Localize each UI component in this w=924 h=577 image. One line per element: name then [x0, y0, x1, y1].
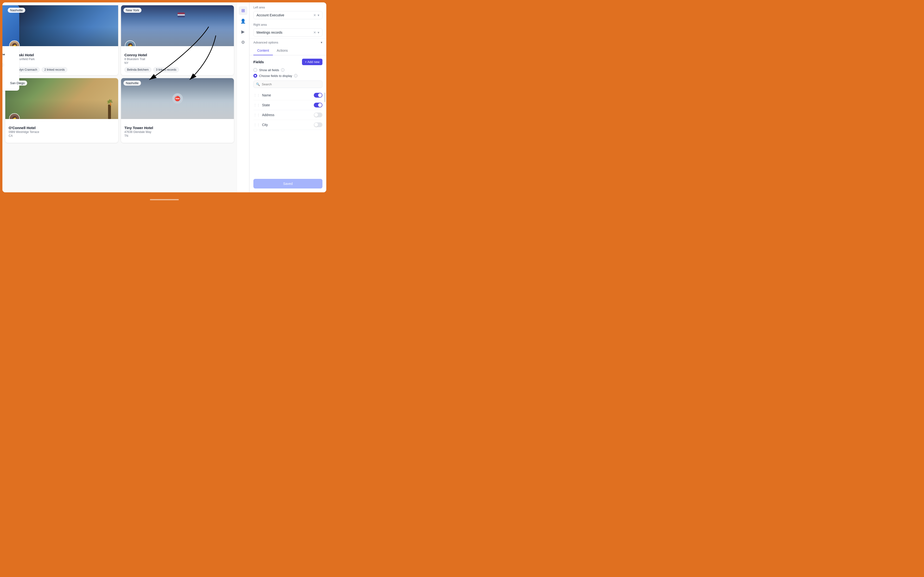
toggle-state[interactable]	[314, 103, 322, 108]
card-mosciski[interactable]: Nashville 👩 Mosciski Hotel 81586 Sunfiel…	[5, 5, 118, 75]
field-city-label: City	[262, 123, 268, 127]
card-conroy-name: Conroy Hotel	[124, 53, 231, 57]
toggle-city[interactable]	[314, 122, 322, 127]
screen-container: Nashville 👩 Mosciski Hotel 81586 Sunfiel…	[2, 2, 326, 192]
card-mosciski-address: 81586 Sunfield Park	[9, 58, 115, 61]
card-conroy[interactable]: New York 👩 Conroy Hotel 8 Bluestem Trail…	[121, 5, 234, 75]
right-area-select[interactable]: Meetings records ✕ ▾	[254, 28, 322, 37]
card-mosciski-linked: 2 linked records	[42, 67, 67, 73]
bottom-bar	[0, 192, 329, 207]
drag-icon-name: ⋮⋮	[254, 93, 260, 97]
card-oconnell-image: San Diego 🌴 👩	[5, 78, 118, 119]
field-row-city: ⋮⋮ City	[254, 120, 322, 130]
card-conroy-footer: Belinda Belchem 3 linked records	[124, 67, 231, 73]
fields-section: Fields + Add new Show all fields i Choos…	[250, 55, 326, 177]
main-content: Nashville 👩 Mosciski Hotel 81586 Sunfiel…	[2, 2, 326, 192]
card-conroy-body: Conroy Hotel 8 Bluestem Trail NY Belinda…	[121, 46, 234, 75]
add-new-button[interactable]: + Add new	[302, 59, 322, 65]
card-mosciski-image: Nashville 👩	[5, 5, 118, 46]
drag-icon-address: ⋮⋮	[254, 113, 260, 117]
advanced-options-label: Advanced options	[254, 40, 278, 44]
toggle-address[interactable]	[314, 113, 322, 117]
tab-content[interactable]: Content	[254, 46, 273, 55]
home-indicator	[150, 199, 179, 200]
card-oconnell[interactable]: San Diego 🌴 👩 O'Connell Hotel 0989 Westr…	[5, 78, 118, 143]
card-oconnell-address: 0989 Westridge Terrace	[9, 130, 115, 134]
card-oconnell-name: O'Connell Hotel	[9, 126, 115, 130]
card-tinytower[interactable]: Nashville ⛔ Tiny Tower Hotel 47638 Glend…	[121, 78, 234, 143]
partial-card-left: City Hotel Name Address line ST ed recor…	[2, 5, 19, 91]
field-row-state: ⋮⋮ State	[254, 100, 322, 110]
fields-header: Fields + Add new	[254, 59, 322, 65]
right-area-section: Right area Meetings records ✕ ▾	[250, 21, 326, 39]
fields-title: Fields	[254, 60, 264, 64]
right-panel: Left area Account Executive ✕ ▾ Right ar…	[249, 2, 326, 192]
right-area-label: Right area	[254, 23, 322, 26]
field-row-state-left: ⋮⋮ State	[254, 103, 270, 107]
drag-icon-city: ⋮⋮	[254, 123, 260, 127]
field-row-name-left: ⋮⋮ Name	[254, 93, 271, 97]
choose-fields-info-icon[interactable]: i	[294, 74, 297, 77]
sidebar-icon-table[interactable]: ⊞	[239, 6, 247, 15]
right-area-select-value: Meetings records	[257, 31, 282, 34]
sidebar-icon-person[interactable]: 👤	[239, 17, 247, 26]
card-conroy-linked: 3 linked records	[153, 67, 179, 73]
search-box[interactable]: 🔍	[254, 81, 322, 88]
card-conroy-city: New York	[123, 8, 142, 13]
card-mosciski-footer: Francklyn Crannach 2 linked records	[9, 67, 115, 73]
card-tinytower-address: 47638 Glendale Way	[124, 130, 231, 134]
close-icon[interactable]: ✕	[313, 13, 316, 17]
chevron-down-icon-2[interactable]: ▾	[318, 31, 319, 34]
radio-choose-fields[interactable]: Choose fields to display i	[254, 74, 322, 77]
card-oconnell-body: O'Connell Hotel 0989 Westridge Terrace C…	[5, 119, 118, 143]
close-icon-2[interactable]: ✕	[313, 31, 316, 34]
search-input[interactable]	[262, 82, 320, 86]
field-row-address: ⋮⋮ Address	[254, 110, 322, 120]
radio-show-all-label: Show all fields	[259, 68, 279, 72]
field-row-address-left: ⋮⋮ Address	[254, 113, 274, 117]
radio-group: Show all fields i Choose fields to displ…	[254, 68, 322, 77]
search-icon: 🔍	[256, 82, 260, 86]
card-tinytower-name: Tiny Tower Hotel	[124, 126, 231, 130]
card-conroy-image: New York 👩	[121, 5, 234, 46]
card-tinytower-state: TN	[124, 134, 231, 137]
left-area-label: Left area	[254, 6, 322, 9]
sidebar-icon-gear[interactable]: ⚙	[239, 38, 247, 47]
tab-actions[interactable]: Actions	[273, 46, 292, 55]
radio-choose-fields-circle	[254, 74, 257, 77]
cards-grid: Nashville 👩 Mosciski Hotel 81586 Sunfiel…	[2, 2, 237, 146]
card-tinytower-body: Tiny Tower Hotel 47638 Glendale Way TN	[121, 119, 234, 143]
card-tinytower-city: Nashville	[123, 81, 141, 85]
advanced-options[interactable]: Advanced options ▾	[250, 39, 326, 46]
field-row-city-left: ⋮⋮ City	[254, 123, 268, 127]
field-row-name: ⋮⋮ Name	[254, 90, 322, 100]
card-conroy-state: NY	[124, 61, 231, 64]
card-conroy-address: 8 Bluestem Trail	[124, 58, 231, 61]
left-area-select[interactable]: Account Executive ✕ ▾	[254, 11, 322, 19]
card-conroy-person: Belinda Belchem	[124, 67, 151, 73]
card-tinytower-image: Nashville ⛔	[121, 78, 234, 119]
toggle-name[interactable]	[314, 93, 322, 98]
field-name-label: Name	[262, 93, 271, 97]
sidebar: ⊞ 👤 ▶ ⚙	[237, 2, 249, 192]
field-address-label: Address	[262, 113, 274, 117]
chevron-down-icon-3[interactable]: ▾	[321, 40, 322, 44]
card-mosciski-city: Nashville	[8, 8, 25, 13]
show-all-info-icon[interactable]: i	[281, 68, 284, 72]
cards-area: Nashville 👩 Mosciski Hotel 81586 Sunfiel…	[2, 2, 237, 192]
left-area-select-icons: ✕ ▾	[313, 13, 319, 17]
sidebar-icon-play[interactable]: ▶	[239, 27, 247, 36]
card-mosciski-body: Mosciski Hotel 81586 Sunfield Park TN Fr…	[5, 46, 118, 75]
card-mosciski-name: Mosciski Hotel	[9, 53, 115, 57]
radio-choose-fields-label: Choose fields to display	[259, 74, 292, 77]
save-button[interactable]: Saved	[254, 179, 322, 189]
chevron-down-icon[interactable]: ▾	[318, 13, 319, 17]
card-oconnell-state: CA	[9, 134, 115, 137]
scrollbar-track	[325, 93, 325, 102]
panel-tabs: Content Actions	[250, 46, 326, 55]
card-oconnell-city: San Diego	[8, 81, 27, 85]
radio-show-all-circle	[254, 68, 257, 72]
radio-show-all[interactable]: Show all fields i	[254, 68, 322, 72]
left-area-section: Left area Account Executive ✕ ▾	[250, 2, 326, 21]
field-state-label: State	[262, 103, 270, 107]
